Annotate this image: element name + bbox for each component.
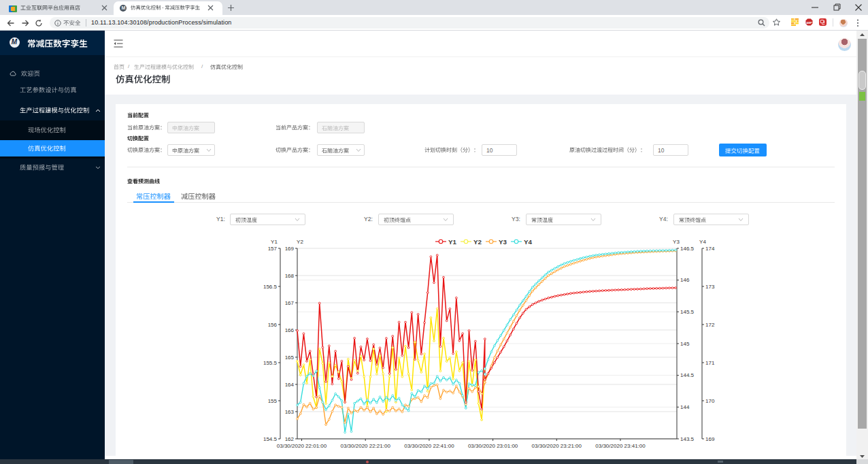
svg-text:03/30/2020 22:41:00: 03/30/2020 22:41:00 [404,443,454,449]
svg-text:143.5: 143.5 [680,436,695,442]
svg-text:169: 169 [285,246,295,252]
svg-text:146: 146 [680,277,690,283]
svg-text:Y1: Y1 [271,239,278,245]
svg-text:169: 169 [705,436,715,442]
svg-text:03/30/2020 23:21:00: 03/30/2020 23:21:00 [532,443,582,449]
svg-text:146.5: 146.5 [680,246,695,252]
svg-text:Y3: Y3 [673,239,680,245]
svg-text:167: 167 [285,300,295,306]
svg-text:Y3: Y3 [499,238,507,246]
svg-text:172: 172 [705,322,715,328]
svg-text:03/30/2020 22:21:00: 03/30/2020 22:21:00 [340,443,390,449]
svg-text:171: 171 [705,360,715,366]
svg-text:Y2: Y2 [297,239,303,245]
svg-text:Y1: Y1 [448,238,457,246]
svg-text:164: 164 [285,382,295,388]
svg-text:170: 170 [705,398,715,404]
svg-text:144.5: 144.5 [680,372,695,378]
svg-text:03/30/2020 23:01:00: 03/30/2020 23:01:00 [468,443,518,449]
svg-text:156: 156 [268,322,278,328]
svg-text:163: 163 [285,409,295,415]
svg-text:157: 157 [268,246,278,252]
svg-text:174: 174 [705,246,715,252]
svg-text:ABP: ABP [806,21,812,24]
svg-text:166: 166 [285,327,295,333]
svg-text:Y4: Y4 [699,239,706,245]
svg-text:Y2: Y2 [473,238,482,246]
svg-text:144: 144 [680,404,690,410]
svg-text:168: 168 [285,273,295,279]
svg-text:155: 155 [268,398,278,404]
svg-text:Y4: Y4 [524,238,533,246]
svg-text:173: 173 [705,284,715,290]
svg-text:03/30/2020 23:41:00: 03/30/2020 23:41:00 [595,443,646,449]
svg-text:162: 162 [285,436,295,442]
svg-text:156.5: 156.5 [263,284,278,290]
svg-text:145.5: 145.5 [680,309,695,315]
svg-text:154.5: 154.5 [263,436,278,442]
svg-text:165: 165 [285,354,295,361]
svg-text:03/30/2020 22:01:00: 03/30/2020 22:01:00 [277,443,327,449]
svg-text:155.5: 155.5 [263,360,278,366]
svg-text:145: 145 [680,341,690,347]
